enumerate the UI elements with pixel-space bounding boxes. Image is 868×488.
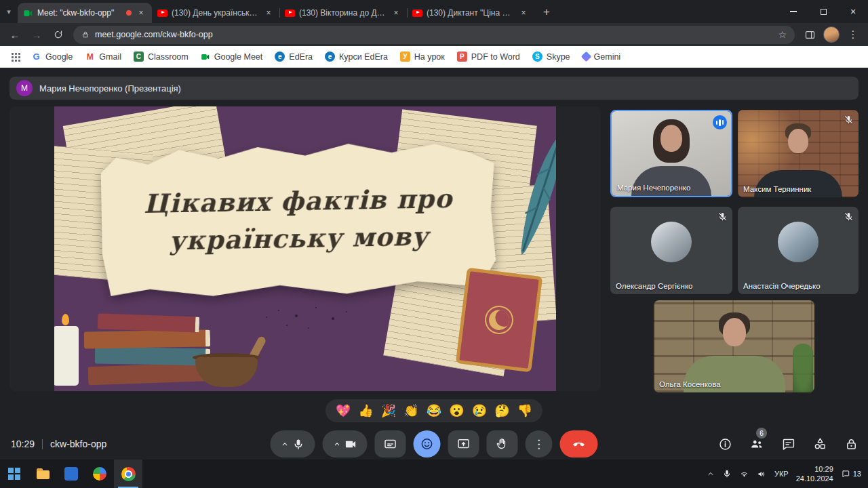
participant-tile-maksym[interactable]: Максим Теряинник <box>738 110 859 197</box>
participant-tile-maria[interactable]: Мария Нечепоренко <box>610 110 732 197</box>
screen: ▾ Meet: "ckw-bkfo-opp" × (130) День укра… <box>0 0 868 488</box>
windows-logo-icon <box>8 468 20 480</box>
file-explorer-button[interactable] <box>28 460 57 488</box>
volume-icon[interactable] <box>757 469 767 479</box>
side-panel-icon[interactable] <box>800 25 819 44</box>
chrome-taskbar-button[interactable] <box>114 460 142 488</box>
bookmark-gmail[interactable]: M Gmail <box>79 49 127 64</box>
hand-icon <box>496 437 509 451</box>
clock-time: 10:29 <box>11 439 35 449</box>
tab-close-button[interactable]: × <box>518 7 529 18</box>
reaction-emoji[interactable]: 😮 <box>449 405 464 417</box>
refresh-button[interactable] <box>49 25 68 44</box>
participant-count-badge: 6 <box>756 428 767 439</box>
bookmark-classroom[interactable]: C Classroom <box>128 49 194 64</box>
minimize-button[interactable] <box>778 0 808 23</box>
raise-hand-button[interactable] <box>487 430 518 458</box>
hidden-icons-chevron[interactable] <box>707 470 715 478</box>
reaction-emoji[interactable]: 😂 <box>427 405 441 417</box>
browser-menu-button[interactable]: ⋮ <box>844 25 863 44</box>
app-icon <box>93 467 106 481</box>
meet-icon <box>23 8 33 18</box>
speaking-indicator-icon <box>713 115 727 129</box>
tab-youtube-2[interactable]: (130) Вікторина до Дня украї × <box>279 3 407 23</box>
notification-count: 13 <box>853 470 861 478</box>
bookmark-google-meet[interactable]: Google Meet <box>195 49 269 64</box>
forward-button[interactable]: → <box>27 25 46 44</box>
end-call-icon <box>572 436 587 451</box>
edera-icon: e <box>325 52 335 62</box>
tab-search-button[interactable]: ▾ <box>0 0 18 23</box>
bookmark-star-icon[interactable]: ☆ <box>778 29 787 40</box>
taskbar-app-button-1[interactable] <box>57 460 85 488</box>
mic-off-icon <box>717 211 728 222</box>
tab-close-button[interactable]: × <box>263 7 274 18</box>
start-button[interactable] <box>0 460 28 488</box>
profile-avatar[interactable] <box>822 25 841 44</box>
window-controls: × <box>778 0 868 23</box>
more-options-button[interactable]: ⋮ <box>526 430 553 458</box>
language-indicator[interactable]: УКР <box>774 470 789 478</box>
camera-button[interactable] <box>323 430 368 458</box>
reaction-emoji[interactable]: 👍 <box>358 405 373 417</box>
site-info-icon[interactable] <box>81 30 90 39</box>
people-button[interactable]: 6 <box>749 436 764 451</box>
tab-youtube-3[interactable]: (130) Диктант "Ціна перемоги × <box>407 3 534 23</box>
close-button[interactable]: × <box>838 0 868 23</box>
end-call-button[interactable] <box>560 430 598 458</box>
tray-mic-icon[interactable] <box>722 469 732 479</box>
reaction-emoji[interactable]: 👏 <box>403 405 418 417</box>
new-tab-button[interactable]: + <box>537 3 556 22</box>
call-controls: ⋮ <box>271 430 598 458</box>
present-button[interactable] <box>448 430 479 458</box>
network-icon[interactable] <box>739 469 749 479</box>
participant-tile-oleksandr[interactable]: Олександр Сергієнко <box>610 207 732 294</box>
taskbar-date: 24.10.2024 <box>796 474 833 483</box>
divider <box>42 439 43 449</box>
bookmark-google[interactable]: G Google <box>26 49 78 64</box>
reaction-emoji[interactable]: 😢 <box>472 405 487 417</box>
bookmark-edera[interactable]: e EdEra <box>269 49 318 64</box>
taskbar-clock[interactable]: 10:29 24.10.2024 <box>796 464 833 484</box>
youtube-icon <box>157 9 167 17</box>
reaction-emoji[interactable]: 🤔 <box>494 405 509 417</box>
apps-grid-icon[interactable] <box>7 48 24 66</box>
host-controls-button[interactable] <box>844 437 859 451</box>
mic-button[interactable] <box>271 430 315 458</box>
bookmark-naurok[interactable]: У На урок <box>395 49 450 64</box>
google-icon: G <box>31 52 41 62</box>
tab-title: Meet: "ckw-bkfo-opp" <box>37 8 122 18</box>
participant-name: Олександр Сергієнко <box>616 282 693 290</box>
bookmark-skype[interactable]: S Skype <box>527 49 576 64</box>
bookmark-pdf-to-word[interactable]: P PDF to Word <box>452 49 526 64</box>
maximize-button[interactable] <box>808 0 838 23</box>
taskbar-app-button-2[interactable] <box>85 460 114 488</box>
bookmark-label: Gemini <box>594 52 621 62</box>
address-bar[interactable]: meet.google.com/ckw-bkfo-opp ☆ <box>73 26 795 44</box>
reaction-emoji[interactable]: 🎉 <box>381 405 396 417</box>
reaction-emoji[interactable]: 👎 <box>517 405 532 417</box>
activities-button[interactable] <box>812 436 827 451</box>
mic-options-chevron-icon[interactable] <box>281 441 288 448</box>
tab-youtube-1[interactable]: (130) День української писем × <box>152 3 279 23</box>
chat-button[interactable] <box>781 437 795 451</box>
participant-video <box>654 300 814 392</box>
meeting-info: 10:29 ckw-bkfo-opp <box>11 428 106 460</box>
bookmark-edera-courses[interactable]: e Курси EdEra <box>319 49 393 64</box>
notification-center-button[interactable]: 13 <box>841 469 861 479</box>
camera-options-chevron-icon[interactable] <box>333 441 340 448</box>
reaction-emoji[interactable]: 💖 <box>336 405 351 417</box>
back-button[interactable]: ← <box>5 25 24 44</box>
tab-close-button[interactable]: × <box>136 7 146 18</box>
presentation-stage[interactable]: Цікавих фактів про українську мову <box>9 106 601 391</box>
participant-tile-olha[interactable]: Ольга Косенкова <box>654 300 814 392</box>
captions-button[interactable] <box>375 430 406 458</box>
reactions-button[interactable] <box>414 430 441 458</box>
bookmark-label: PDF to Word <box>471 52 520 62</box>
bookmark-gemini[interactable]: Gemini <box>577 49 627 64</box>
tab-close-button[interactable]: × <box>391 7 401 18</box>
meeting-details-button[interactable] <box>718 437 732 451</box>
tab-title: (130) Вікторина до Дня украї <box>299 8 387 18</box>
participant-tile-anastasia[interactable]: Анастасія Очередько <box>738 207 859 294</box>
tab-meet[interactable]: Meet: "ckw-bkfo-opp" × <box>18 3 152 23</box>
